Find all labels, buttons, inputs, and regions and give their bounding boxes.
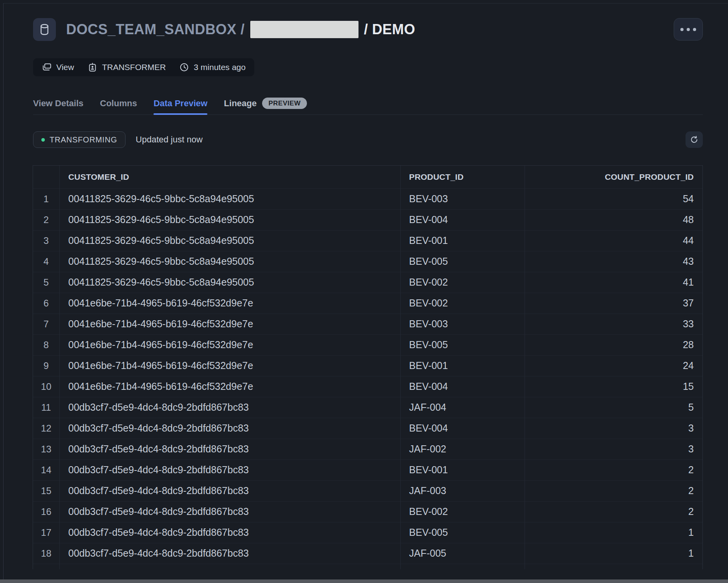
ellipsis-icon xyxy=(693,28,696,31)
customer-id-cell[interactable]: 00411825-3629-46c5-9bbc-5c8a94e95005 xyxy=(59,230,400,251)
table-row[interactable]: 13 00db3cf7-d5e9-4dc4-8dc9-2bdfd867bc83 … xyxy=(33,439,702,459)
count-cell[interactable]: 1 xyxy=(525,522,702,543)
tab-lineage[interactable]: Lineage PREVIEW xyxy=(224,92,307,114)
count-cell[interactable]: 2 xyxy=(525,501,702,522)
table-row[interactable]: 17 00db3cf7-d5e9-4dc4-8dc9-2bdfd867bc83 … xyxy=(33,522,702,543)
product-id-cell[interactable]: JAF-004 xyxy=(400,397,525,418)
product-id-cell[interactable]: BEV-001 xyxy=(400,230,525,251)
table-row[interactable]: 18 00db3cf7-d5e9-4dc4-8dc9-2bdfd867bc83 … xyxy=(33,543,702,564)
count-cell[interactable]: 2 xyxy=(525,459,702,480)
horizontal-scrollbar[interactable] xyxy=(0,579,728,583)
customer-id-cell[interactable]: 0041e6be-71b4-4965-b619-46cf532d9e7e xyxy=(59,293,400,314)
count-cell[interactable]: 33 xyxy=(525,314,702,334)
count-cell[interactable]: 15 xyxy=(525,376,702,397)
tab-label: Data Preview xyxy=(153,98,207,109)
product-id-cell[interactable]: BEV-003 xyxy=(400,188,525,209)
table-row[interactable]: 10 0041e6be-71b4-4965-b619-46cf532d9e7e … xyxy=(33,376,702,397)
count-cell[interactable]: 1 xyxy=(525,543,702,564)
product-id-cell[interactable]: BEV-002 xyxy=(400,272,525,293)
customer-id-cell[interactable]: 00db3cf7-d5e9-4dc4-8dc9-2bdfd867bc83 xyxy=(59,522,400,543)
row-number-cell: 15 xyxy=(33,480,59,501)
customer-id-cell[interactable]: 00db3cf7-d5e9-4dc4-8dc9-2bdfd867bc83 xyxy=(59,459,400,480)
product-id-cell[interactable]: BEV-001 xyxy=(400,355,525,376)
product-id-cell[interactable]: JAF-002 xyxy=(400,439,525,459)
row-number-cell: 4 xyxy=(33,251,59,272)
col-header-product-id[interactable]: PRODUCT_ID xyxy=(400,166,525,188)
col-header-count-product-id[interactable]: COUNT_PRODUCT_ID xyxy=(525,166,702,188)
table-header: CUSTOMER_ID PRODUCT_ID COUNT_PRODUCT_ID xyxy=(33,166,702,188)
count-cell[interactable] xyxy=(525,564,702,569)
count-cell[interactable]: 41 xyxy=(525,272,702,293)
refresh-button[interactable] xyxy=(686,131,703,148)
product-id-cell[interactable]: BEV-001 xyxy=(400,459,525,480)
product-id-cell[interactable]: BEV-004 xyxy=(400,209,525,230)
product-id-cell[interactable]: BEV-004 xyxy=(400,376,525,397)
product-id-cell[interactable]: BEV-005 xyxy=(400,522,525,543)
table-row[interactable]: 1 00411825-3629-46c5-9bbc-5c8a94e95005 B… xyxy=(33,188,702,209)
col-header-customer-id[interactable]: CUSTOMER_ID xyxy=(59,166,400,188)
table-row[interactable]: 14 00db3cf7-d5e9-4dc4-8dc9-2bdfd867bc83 … xyxy=(33,459,702,480)
tab-data-preview[interactable]: Data Preview xyxy=(153,92,207,114)
count-cell[interactable]: 54 xyxy=(525,188,702,209)
preview-badge: PREVIEW xyxy=(262,98,307,109)
count-cell[interactable]: 3 xyxy=(525,418,702,439)
table-row[interactable]: 11 00db3cf7-d5e9-4dc4-8dc9-2bdfd867bc83 … xyxy=(33,397,702,418)
customer-id-cell[interactable]: 00411825-3629-46c5-9bbc-5c8a94e95005 xyxy=(59,209,400,230)
product-id-cell[interactable]: BEV-004 xyxy=(400,418,525,439)
row-number-cell: 17 xyxy=(33,522,59,543)
customer-id-cell[interactable]: 00db3cf7-d5e9-4dc4-8dc9-2bdfd867bc83 xyxy=(59,543,400,564)
table-row[interactable]: 16 00db3cf7-d5e9-4dc4-8dc9-2bdfd867bc83 … xyxy=(33,501,702,522)
breadcrumb-prefix: DOCS_TEAM_SANDBOX / xyxy=(66,21,245,38)
product-id-cell[interactable]: BEV-003 xyxy=(400,314,525,334)
count-cell[interactable]: 3 xyxy=(525,439,702,459)
table-row[interactable]: 8 0041e6be-71b4-4965-b619-46cf532d9e7e B… xyxy=(33,334,702,355)
product-id-cell[interactable]: JAF-003 xyxy=(400,480,525,501)
customer-id-cell[interactable]: 00db3cf7-d5e9-4dc4-8dc9-2bdfd867bc83 xyxy=(59,480,400,501)
table-row[interactable]: 7 0041e6be-71b4-4965-b619-46cf532d9e7e B… xyxy=(33,314,702,334)
row-number-cell: 11 xyxy=(33,397,59,418)
product-id-cell[interactable]: BEV-002 xyxy=(400,293,525,314)
table-row[interactable]: 6 0041e6be-71b4-4965-b619-46cf532d9e7e B… xyxy=(33,293,702,314)
table-row[interactable]: 2 00411825-3629-46c5-9bbc-5c8a94e95005 B… xyxy=(33,209,702,230)
customer-id-cell[interactable]: 0041e6be-71b4-4965-b619-46cf532d9e7e xyxy=(59,376,400,397)
table-row[interactable] xyxy=(33,564,702,569)
product-id-cell[interactable]: JAF-005 xyxy=(400,543,525,564)
customer-id-cell[interactable]: 00db3cf7-d5e9-4dc4-8dc9-2bdfd867bc83 xyxy=(59,418,400,439)
table-row[interactable]: 3 00411825-3629-46c5-9bbc-5c8a94e95005 B… xyxy=(33,230,702,251)
count-cell[interactable]: 2 xyxy=(525,480,702,501)
customer-id-cell[interactable]: 00db3cf7-d5e9-4dc4-8dc9-2bdfd867bc83 xyxy=(59,397,400,418)
row-number-cell: 13 xyxy=(33,439,59,459)
tab-label: Lineage xyxy=(224,98,257,109)
table-row[interactable]: 15 00db3cf7-d5e9-4dc4-8dc9-2bdfd867bc83 … xyxy=(33,480,702,501)
customer-id-cell[interactable]: 0041e6be-71b4-4965-b619-46cf532d9e7e xyxy=(59,334,400,355)
product-id-cell[interactable]: BEV-005 xyxy=(400,251,525,272)
table-row[interactable]: 4 00411825-3629-46c5-9bbc-5c8a94e95005 B… xyxy=(33,251,702,272)
page-title: DOCS_TEAM_SANDBOX / / DEMO xyxy=(66,21,415,38)
customer-id-cell[interactable]: 00411825-3629-46c5-9bbc-5c8a94e95005 xyxy=(59,188,400,209)
product-id-cell[interactable] xyxy=(400,564,525,569)
row-number-cell xyxy=(33,564,59,569)
count-cell[interactable]: 43 xyxy=(525,251,702,272)
count-cell[interactable]: 24 xyxy=(525,355,702,376)
customer-id-cell[interactable]: 00db3cf7-d5e9-4dc4-8dc9-2bdfd867bc83 xyxy=(59,501,400,522)
row-number-cell: 12 xyxy=(33,418,59,439)
table-row[interactable]: 12 00db3cf7-d5e9-4dc4-8dc9-2bdfd867bc83 … xyxy=(33,418,702,439)
customer-id-cell[interactable]: 00411825-3629-46c5-9bbc-5c8a94e95005 xyxy=(59,272,400,293)
table-row[interactable]: 5 00411825-3629-46c5-9bbc-5c8a94e95005 B… xyxy=(33,272,702,293)
customer-id-cell[interactable]: 00411825-3629-46c5-9bbc-5c8a94e95005 xyxy=(59,251,400,272)
count-cell[interactable]: 5 xyxy=(525,397,702,418)
customer-id-cell[interactable] xyxy=(59,564,400,569)
table-row[interactable]: 9 0041e6be-71b4-4965-b619-46cf532d9e7e B… xyxy=(33,355,702,376)
customer-id-cell[interactable]: 00db3cf7-d5e9-4dc4-8dc9-2bdfd867bc83 xyxy=(59,439,400,459)
count-cell[interactable]: 28 xyxy=(525,334,702,355)
more-actions-button[interactable] xyxy=(674,18,703,41)
tab-columns[interactable]: Columns xyxy=(100,92,137,114)
count-cell[interactable]: 44 xyxy=(525,230,702,251)
tab-view-details[interactable]: View Details xyxy=(33,92,83,114)
count-cell[interactable]: 37 xyxy=(525,293,702,314)
product-id-cell[interactable]: BEV-002 xyxy=(400,501,525,522)
count-cell[interactable]: 48 xyxy=(525,209,702,230)
customer-id-cell[interactable]: 0041e6be-71b4-4965-b619-46cf532d9e7e xyxy=(59,314,400,334)
customer-id-cell[interactable]: 0041e6be-71b4-4965-b619-46cf532d9e7e xyxy=(59,355,400,376)
product-id-cell[interactable]: BEV-005 xyxy=(400,334,525,355)
